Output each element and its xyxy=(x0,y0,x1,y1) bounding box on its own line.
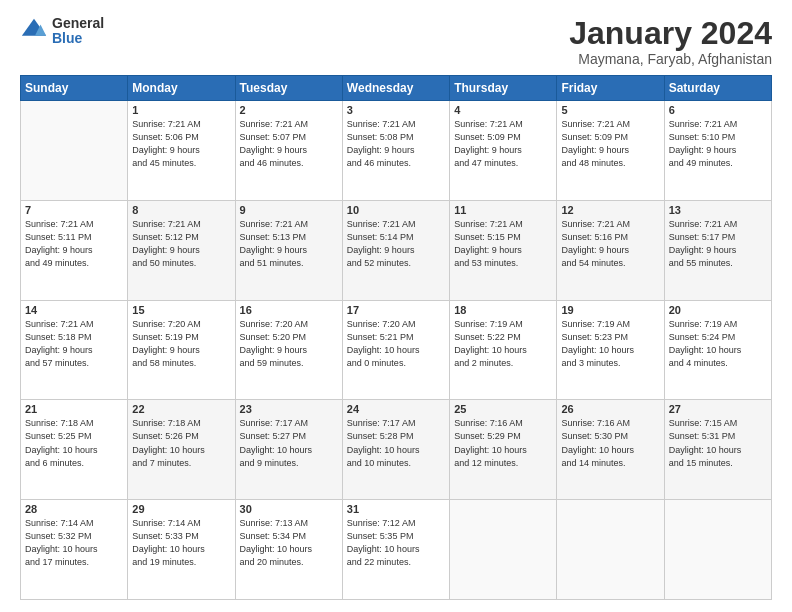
day-number: 29 xyxy=(132,503,230,515)
calendar-cell xyxy=(664,500,771,600)
calendar-cell: 20Sunrise: 7:19 AM Sunset: 5:24 PM Dayli… xyxy=(664,300,771,400)
calendar-cell: 24Sunrise: 7:17 AM Sunset: 5:28 PM Dayli… xyxy=(342,400,449,500)
weekday-header-sunday: Sunday xyxy=(21,76,128,101)
calendar-cell: 5Sunrise: 7:21 AM Sunset: 5:09 PM Daylig… xyxy=(557,101,664,201)
day-number: 23 xyxy=(240,403,338,415)
day-info: Sunrise: 7:21 AM Sunset: 5:06 PM Dayligh… xyxy=(132,118,230,170)
day-info: Sunrise: 7:18 AM Sunset: 5:26 PM Dayligh… xyxy=(132,417,230,469)
calendar-cell: 8Sunrise: 7:21 AM Sunset: 5:12 PM Daylig… xyxy=(128,200,235,300)
day-number: 6 xyxy=(669,104,767,116)
calendar-cell: 22Sunrise: 7:18 AM Sunset: 5:26 PM Dayli… xyxy=(128,400,235,500)
day-number: 11 xyxy=(454,204,552,216)
calendar-cell: 16Sunrise: 7:20 AM Sunset: 5:20 PM Dayli… xyxy=(235,300,342,400)
day-number: 24 xyxy=(347,403,445,415)
weekday-header-monday: Monday xyxy=(128,76,235,101)
day-number: 25 xyxy=(454,403,552,415)
day-info: Sunrise: 7:21 AM Sunset: 5:15 PM Dayligh… xyxy=(454,218,552,270)
calendar-cell xyxy=(450,500,557,600)
day-info: Sunrise: 7:13 AM Sunset: 5:34 PM Dayligh… xyxy=(240,517,338,569)
logo-text: General Blue xyxy=(52,16,104,47)
day-number: 31 xyxy=(347,503,445,515)
calendar-cell xyxy=(557,500,664,600)
calendar-cell: 7Sunrise: 7:21 AM Sunset: 5:11 PM Daylig… xyxy=(21,200,128,300)
day-info: Sunrise: 7:21 AM Sunset: 5:14 PM Dayligh… xyxy=(347,218,445,270)
day-number: 14 xyxy=(25,304,123,316)
day-number: 15 xyxy=(132,304,230,316)
page: General Blue January 2024 Maymana, Farya… xyxy=(0,0,792,612)
day-number: 21 xyxy=(25,403,123,415)
calendar-cell: 12Sunrise: 7:21 AM Sunset: 5:16 PM Dayli… xyxy=(557,200,664,300)
week-row-3: 21Sunrise: 7:18 AM Sunset: 5:25 PM Dayli… xyxy=(21,400,772,500)
day-number: 16 xyxy=(240,304,338,316)
day-info: Sunrise: 7:16 AM Sunset: 5:29 PM Dayligh… xyxy=(454,417,552,469)
logo-blue: Blue xyxy=(52,31,104,46)
day-info: Sunrise: 7:20 AM Sunset: 5:21 PM Dayligh… xyxy=(347,318,445,370)
calendar-cell: 9Sunrise: 7:21 AM Sunset: 5:13 PM Daylig… xyxy=(235,200,342,300)
day-info: Sunrise: 7:21 AM Sunset: 5:09 PM Dayligh… xyxy=(454,118,552,170)
day-info: Sunrise: 7:12 AM Sunset: 5:35 PM Dayligh… xyxy=(347,517,445,569)
day-number: 1 xyxy=(132,104,230,116)
calendar-cell: 2Sunrise: 7:21 AM Sunset: 5:07 PM Daylig… xyxy=(235,101,342,201)
day-number: 9 xyxy=(240,204,338,216)
day-number: 2 xyxy=(240,104,338,116)
day-info: Sunrise: 7:20 AM Sunset: 5:20 PM Dayligh… xyxy=(240,318,338,370)
day-info: Sunrise: 7:16 AM Sunset: 5:30 PM Dayligh… xyxy=(561,417,659,469)
day-number: 17 xyxy=(347,304,445,316)
calendar-cell: 30Sunrise: 7:13 AM Sunset: 5:34 PM Dayli… xyxy=(235,500,342,600)
day-info: Sunrise: 7:21 AM Sunset: 5:13 PM Dayligh… xyxy=(240,218,338,270)
header: General Blue January 2024 Maymana, Farya… xyxy=(20,16,772,67)
calendar-cell: 29Sunrise: 7:14 AM Sunset: 5:33 PM Dayli… xyxy=(128,500,235,600)
day-info: Sunrise: 7:20 AM Sunset: 5:19 PM Dayligh… xyxy=(132,318,230,370)
calendar-cell: 19Sunrise: 7:19 AM Sunset: 5:23 PM Dayli… xyxy=(557,300,664,400)
weekday-header-row: SundayMondayTuesdayWednesdayThursdayFrid… xyxy=(21,76,772,101)
calendar-cell: 25Sunrise: 7:16 AM Sunset: 5:29 PM Dayli… xyxy=(450,400,557,500)
weekday-header-thursday: Thursday xyxy=(450,76,557,101)
day-info: Sunrise: 7:21 AM Sunset: 5:10 PM Dayligh… xyxy=(669,118,767,170)
day-info: Sunrise: 7:21 AM Sunset: 5:08 PM Dayligh… xyxy=(347,118,445,170)
calendar-table: SundayMondayTuesdayWednesdayThursdayFrid… xyxy=(20,75,772,600)
calendar-cell: 28Sunrise: 7:14 AM Sunset: 5:32 PM Dayli… xyxy=(21,500,128,600)
day-info: Sunrise: 7:14 AM Sunset: 5:32 PM Dayligh… xyxy=(25,517,123,569)
week-row-1: 7Sunrise: 7:21 AM Sunset: 5:11 PM Daylig… xyxy=(21,200,772,300)
week-row-2: 14Sunrise: 7:21 AM Sunset: 5:18 PM Dayli… xyxy=(21,300,772,400)
day-info: Sunrise: 7:17 AM Sunset: 5:28 PM Dayligh… xyxy=(347,417,445,469)
day-info: Sunrise: 7:21 AM Sunset: 5:18 PM Dayligh… xyxy=(25,318,123,370)
day-number: 5 xyxy=(561,104,659,116)
calendar-cell: 14Sunrise: 7:21 AM Sunset: 5:18 PM Dayli… xyxy=(21,300,128,400)
day-number: 3 xyxy=(347,104,445,116)
day-info: Sunrise: 7:18 AM Sunset: 5:25 PM Dayligh… xyxy=(25,417,123,469)
calendar-cell xyxy=(21,101,128,201)
day-number: 10 xyxy=(347,204,445,216)
calendar-cell: 23Sunrise: 7:17 AM Sunset: 5:27 PM Dayli… xyxy=(235,400,342,500)
week-row-4: 28Sunrise: 7:14 AM Sunset: 5:32 PM Dayli… xyxy=(21,500,772,600)
day-info: Sunrise: 7:21 AM Sunset: 5:16 PM Dayligh… xyxy=(561,218,659,270)
day-info: Sunrise: 7:19 AM Sunset: 5:24 PM Dayligh… xyxy=(669,318,767,370)
calendar-cell: 6Sunrise: 7:21 AM Sunset: 5:10 PM Daylig… xyxy=(664,101,771,201)
day-info: Sunrise: 7:21 AM Sunset: 5:12 PM Dayligh… xyxy=(132,218,230,270)
day-info: Sunrise: 7:17 AM Sunset: 5:27 PM Dayligh… xyxy=(240,417,338,469)
calendar-cell: 1Sunrise: 7:21 AM Sunset: 5:06 PM Daylig… xyxy=(128,101,235,201)
day-info: Sunrise: 7:19 AM Sunset: 5:22 PM Dayligh… xyxy=(454,318,552,370)
calendar-cell: 15Sunrise: 7:20 AM Sunset: 5:19 PM Dayli… xyxy=(128,300,235,400)
logo-icon xyxy=(20,17,48,45)
logo: General Blue xyxy=(20,16,104,47)
calendar-cell: 26Sunrise: 7:16 AM Sunset: 5:30 PM Dayli… xyxy=(557,400,664,500)
calendar-cell: 27Sunrise: 7:15 AM Sunset: 5:31 PM Dayli… xyxy=(664,400,771,500)
calendar-cell: 17Sunrise: 7:20 AM Sunset: 5:21 PM Dayli… xyxy=(342,300,449,400)
weekday-header-friday: Friday xyxy=(557,76,664,101)
weekday-header-wednesday: Wednesday xyxy=(342,76,449,101)
calendar-cell: 10Sunrise: 7:21 AM Sunset: 5:14 PM Dayli… xyxy=(342,200,449,300)
day-number: 7 xyxy=(25,204,123,216)
day-number: 22 xyxy=(132,403,230,415)
day-number: 12 xyxy=(561,204,659,216)
calendar-subtitle: Maymana, Faryab, Afghanistan xyxy=(569,51,772,67)
day-number: 28 xyxy=(25,503,123,515)
calendar-cell: 18Sunrise: 7:19 AM Sunset: 5:22 PM Dayli… xyxy=(450,300,557,400)
calendar-cell: 11Sunrise: 7:21 AM Sunset: 5:15 PM Dayli… xyxy=(450,200,557,300)
day-info: Sunrise: 7:21 AM Sunset: 5:07 PM Dayligh… xyxy=(240,118,338,170)
logo-general: General xyxy=(52,16,104,31)
calendar-cell: 4Sunrise: 7:21 AM Sunset: 5:09 PM Daylig… xyxy=(450,101,557,201)
weekday-header-saturday: Saturday xyxy=(664,76,771,101)
day-number: 26 xyxy=(561,403,659,415)
day-number: 27 xyxy=(669,403,767,415)
